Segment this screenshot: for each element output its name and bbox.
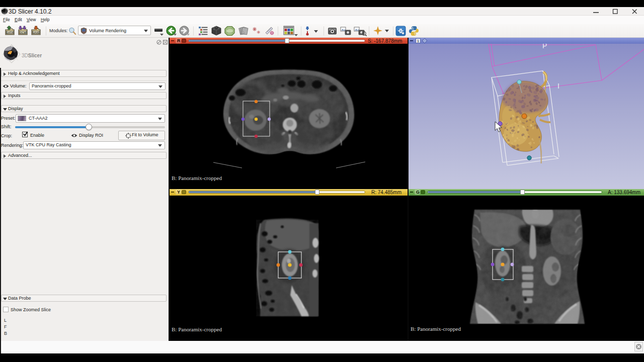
svg-text:SAVE: SAVE (32, 31, 40, 34)
svg-text:P: P (542, 44, 547, 50)
svg-text:DCM: DCM (20, 31, 26, 34)
svg-text:I: I (557, 82, 559, 90)
svg-text:DATA: DATA (6, 31, 13, 34)
